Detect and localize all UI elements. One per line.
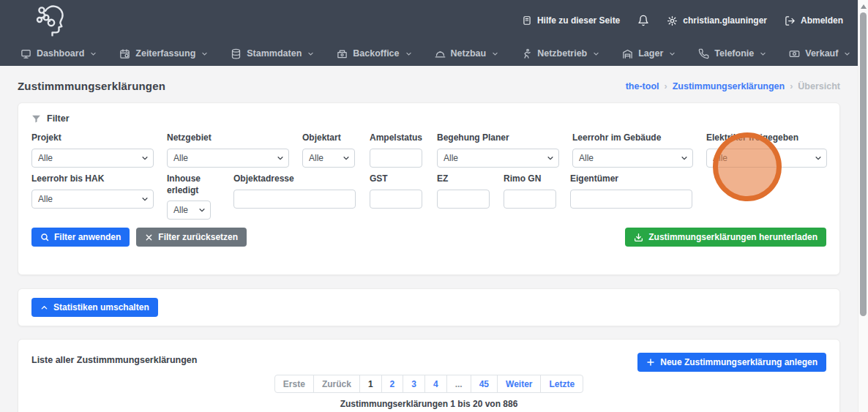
filter-field-leerrohr-hak: Leerrohr bis HAK Alle [31,173,154,209]
notifications-button[interactable] [637,15,649,26]
nav-item-backoffice[interactable]: Backoffice [337,48,411,59]
nav-label: Dashboard [37,48,84,59]
pagination-next[interactable]: Weiter [497,375,541,393]
pagination-page-2[interactable]: 2 [381,375,404,393]
statistics-panel: Statistiken umschalten [18,288,840,326]
help-link[interactable]: Hilfe zu dieser Seite [522,15,620,26]
reset-filter-button[interactable]: Filter zurücksetzen [136,228,247,247]
page-title: Zustimmmungserklärungen [18,80,165,92]
leerrohr-gebaeude-select[interactable]: Alle [572,149,693,168]
field-label: Netzgebiet [167,132,289,144]
main-nav: Dashboard Zeiterfassung Stammdaten Backo… [0,41,858,66]
filter-field-ampelstatus: Ampelstatus [370,132,422,168]
help-book-icon [522,15,532,26]
begehung-planer-select[interactable]: Alle [437,149,559,168]
pagination-last[interactable]: Letzte [540,375,583,393]
pagination: Erste Zurück 1 2 3 4 ... 45 Weiter Letzt… [31,375,826,393]
pagination-page-45[interactable]: 45 [471,375,498,393]
nav-label: Netzbetrieb [537,48,587,59]
objektadresse-input[interactable] [233,190,356,209]
filter-field-begehung-planer: Begehung Planer Alle [437,132,559,168]
nav-item-telefonie[interactable]: Telefonie [698,48,766,59]
scrollbar-up-arrow[interactable] [861,4,867,9]
create-zustimmungserklaerung-button[interactable]: Neue Zustimmungserklärung anlegen [637,353,826,372]
pagination-ellipsis[interactable]: ... [446,375,471,393]
user-menu[interactable]: christian.glauninger [667,15,767,26]
nav-label: Telefonie [714,48,754,59]
download-zustimmungserklaerungen-button[interactable]: Zustimmungserklärungen herunterladen [625,228,826,247]
top-header: Hilfe zu dieser Seite christian.glauning… [0,0,858,66]
ez-input[interactable] [437,190,490,209]
filter-field-inhouse-erledigt: Inhouse erledigt Alle [167,173,211,220]
help-label: Hilfe zu dieser Seite [537,15,620,26]
chevron-down-icon [405,50,412,57]
filter-field-gst: GST [370,173,422,209]
reset-filter-label: Filter zurücksetzen [158,232,238,242]
logout-button[interactable]: Abmelden [785,15,843,26]
filter-field-objektart: Objektart Alle [302,132,355,168]
scrollbar-thumb[interactable] [860,12,867,316]
field-label: Leerrohr im Gebäude [572,132,693,144]
chevron-up-icon [40,304,48,312]
eigentuemer-input[interactable] [570,190,692,209]
pagination-first[interactable]: Erste [274,375,314,393]
nav-item-netzbetrieb[interactable]: Netzbetrieb [521,48,599,59]
app-logo[interactable] [31,3,69,38]
brain-network-logo-icon [31,3,69,38]
field-label: Begehung Planer [437,132,559,144]
breadcrumb-link-zustimmungserklaerungen[interactable]: Zustimmungserklärungen [673,81,785,91]
objektart-select[interactable]: Alle [302,149,355,168]
inhouse-erledigt-select[interactable]: Alle [167,201,211,220]
field-label: Projekt [31,132,154,144]
chevron-down-icon [90,50,97,57]
search-icon [40,233,49,241]
filter-title: Filter [47,113,70,124]
app-viewport: Hilfe zu dieser Seite christian.glauning… [0,0,868,412]
nav-item-netzbau[interactable]: Netzbau [435,48,499,59]
gst-input[interactable] [370,190,422,209]
pagination-page-1[interactable]: 1 [359,375,382,393]
apply-filter-button[interactable]: Filter anwenden [31,228,130,247]
field-label: Rimo GN [504,173,556,185]
filter-field-rimo-gn: Rimo GN [504,173,556,209]
download-icon [634,233,643,242]
nav-item-dashboard[interactable]: Dashboard [20,48,97,59]
plus-icon [646,358,655,367]
field-label: GST [370,173,422,185]
logout-label: Abmelden [801,15,843,26]
list-panel: Liste aller Zustimmmungserklärungen Neue… [18,339,840,412]
close-icon [145,233,153,241]
nav-item-verkauf[interactable]: Verkauf [789,48,850,59]
filter-panel: Filter Projekt Alle Netzgebiet Alle [18,102,840,275]
monitor-icon [20,48,31,59]
toggle-statistics-label: Statistiken umschalten [53,302,149,312]
pagination-page-3[interactable]: 3 [403,375,425,393]
toggle-statistics-button[interactable]: Statistiken umschalten [31,298,158,317]
nav-item-zeiterfassung[interactable]: Zeiterfassung [119,48,208,59]
nav-label: Netzbau [451,48,487,59]
pagination-page-4[interactable]: 4 [424,375,447,393]
gear-icon [667,15,678,26]
nav-label: Zeiterfassung [135,48,195,59]
leerrohr-hak-select[interactable]: Alle [31,190,154,209]
netzgebiet-select[interactable]: Alle [167,149,289,168]
rimo-gn-input[interactable] [504,190,556,209]
ampelstatus-input[interactable] [370,149,422,168]
filter-field-eigentuemer: Eigentümer [570,173,692,209]
nav-item-stammdaten[interactable]: Stammdaten [231,48,314,59]
chevron-down-icon [844,50,850,57]
chevron-down-icon [669,50,676,57]
download-label: Zustimmungserklärungen herunterladen [648,232,818,242]
field-label: Ampelstatus [370,132,422,144]
breadcrumb-link-the-tool[interactable]: the-tool [626,81,659,91]
nav-label: Stammdaten [247,48,302,59]
chevron-down-icon [307,50,314,57]
projekt-select[interactable]: Alle [31,149,154,168]
filter-field-objektadresse: Objektadresse [233,173,356,209]
field-label: EZ [437,173,490,185]
pagination-prev[interactable]: Zurück [313,375,360,393]
retro-phone-icon [337,48,348,59]
username-label: christian.glauninger [683,15,767,26]
nav-item-lager[interactable]: Lager [622,48,676,59]
filter-funnel-icon [31,114,41,124]
